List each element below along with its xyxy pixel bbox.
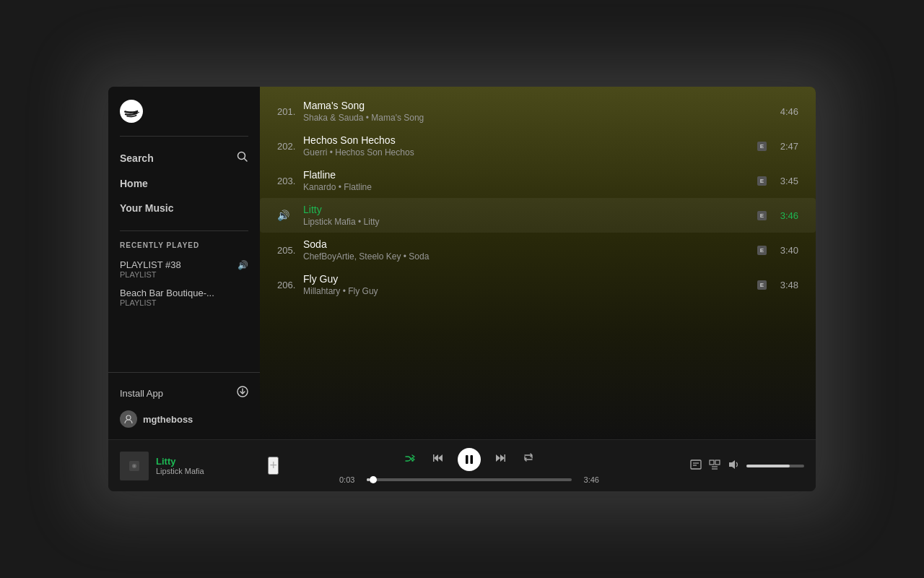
table-row[interactable]: 🔊 Litty Lipstick Mafia • Litty E 3:46 [260, 198, 816, 233]
explicit-badge: E [757, 280, 767, 290]
svg-rect-17 [691, 460, 701, 469]
track-meta: Guerri • Hechos Son Hechos [303, 147, 757, 158]
elapsed-time: 0:03 [339, 475, 361, 484]
track-meta: Shaka & Sauda • Mama's Song [303, 113, 772, 123]
track-info: Hechos Son Hechos Guerri • Hechos Son He… [303, 134, 757, 158]
explicit-badge: E [757, 211, 767, 220]
sidebar-nav: Search Home Your Music [108, 139, 260, 226]
track-right: E 3:46 [757, 210, 798, 221]
main-content: 201. Mama's Song Shaka & Sauda • Mama's … [260, 87, 816, 439]
home-label: Home [120, 178, 148, 189]
install-app-row[interactable]: Install App [120, 380, 248, 406]
now-playing-title: Litty [156, 456, 261, 467]
sidebar-item-home[interactable]: Home [108, 171, 260, 196]
explicit-badge: E [757, 246, 767, 255]
recently-played-section: RECENTLY PLAYED PLAYLIST #38 🔊 PLAYLIST … [108, 236, 260, 372]
track-info: Litty Lipstick Mafia • Litty [303, 204, 757, 227]
queue-button[interactable] [709, 460, 720, 472]
svg-rect-16 [505, 454, 506, 462]
table-row[interactable]: 202. Hechos Son Hechos Guerri • Hechos S… [260, 129, 816, 163]
track-duration: 3:45 [772, 176, 798, 186]
app-window: Search Home Your Music RE [108, 87, 816, 491]
repeat-button[interactable] [520, 450, 537, 468]
total-time: 3:46 [578, 475, 599, 484]
sidebar: Search Home Your Music RE [108, 87, 260, 439]
track-info: Flatline Kanardo • Flatline [303, 169, 757, 192]
track-number: 205. [277, 245, 303, 256]
track-info: Mama's Song Shaka & Sauda • Mama's Song [303, 100, 772, 123]
track-name: Flatline [303, 169, 757, 181]
pause-button[interactable] [458, 448, 481, 471]
playlist-item-38[interactable]: PLAYLIST #38 🔊 PLAYLIST [120, 255, 248, 283]
track-name: Mama's Song [303, 100, 772, 111]
svg-rect-21 [715, 460, 720, 465]
volume-bar[interactable] [746, 465, 804, 467]
user-avatar [120, 410, 137, 428]
lyrics-button[interactable] [690, 460, 702, 472]
search-icon [237, 151, 248, 165]
volume-button[interactable] [728, 460, 739, 472]
user-name: mgtheboss [143, 414, 193, 425]
svg-rect-11 [433, 454, 435, 462]
user-row[interactable]: mgtheboss [120, 406, 248, 432]
track-meta: Millahtary • Fly Guy [303, 286, 757, 296]
track-number: 202. [277, 141, 303, 152]
svg-rect-12 [466, 455, 468, 464]
sidebar-bottom: Install App [108, 372, 260, 439]
table-row[interactable]: 201. Mama's Song Shaka & Sauda • Mama's … [260, 94, 816, 129]
beach-bar-name: Beach Bar Boutique-... [120, 288, 248, 298]
track-right: 4:46 [772, 106, 798, 117]
track-name: Litty [303, 204, 757, 215]
shuffle-button[interactable] [401, 451, 419, 468]
track-number: 201. [277, 106, 303, 117]
search-label: Search [120, 152, 154, 164]
install-app-icon [237, 386, 248, 400]
track-number: 206. [277, 280, 303, 290]
search-nav-item[interactable]: Search [108, 145, 260, 171]
playlist-beach-bar[interactable]: Beach Bar Boutique-... PLAYLIST [120, 283, 248, 311]
track-info: Fly Guy Millahtary • Fly Guy [303, 273, 757, 296]
playlist-38-name: PLAYLIST #38 🔊 [120, 259, 248, 270]
your-music-label: Your Music [120, 202, 173, 214]
previous-button[interactable] [430, 450, 446, 468]
spotify-logo [120, 100, 143, 123]
volume-fill [746, 465, 790, 467]
track-duration: 3:46 [772, 210, 798, 221]
player-center: 0:03 3:46 [279, 448, 660, 484]
explicit-badge: E [757, 142, 767, 151]
logo-area [108, 87, 260, 133]
player-right [660, 460, 804, 472]
track-right: E 3:45 [757, 176, 798, 186]
add-to-library-button[interactable]: + [268, 457, 279, 475]
track-info: Soda ChefBoyArtie, Steelo Key • Soda [303, 238, 757, 262]
explicit-badge: E [757, 176, 767, 186]
track-duration: 2:47 [772, 141, 798, 152]
track-meta: Lipstick Mafia • Litty [303, 217, 757, 227]
track-number: 203. [277, 176, 303, 186]
progress-bar-row: 0:03 3:46 [339, 475, 599, 484]
svg-line-2 [245, 159, 248, 162]
svg-rect-13 [471, 455, 474, 464]
recently-played-label: RECENTLY PLAYED [120, 241, 248, 249]
table-row[interactable]: 205. Soda ChefBoyArtie, Steelo Key • Sod… [260, 233, 816, 267]
sidebar-divider-mid [120, 230, 248, 231]
beach-bar-type: PLAYLIST [120, 298, 248, 307]
next-button[interactable] [492, 450, 508, 468]
bottom-bar: Litty Lipstick Mafia + [108, 439, 816, 491]
sidebar-item-your-music[interactable]: Your Music [108, 196, 260, 220]
track-name: Fly Guy [303, 273, 757, 285]
track-meta: ChefBoyArtie, Steelo Key • Soda [303, 251, 757, 262]
table-row[interactable]: 203. Flatline Kanardo • Flatline E 3:45 [260, 163, 816, 198]
table-row[interactable]: 206. Fly Guy Millahtary • Fly Guy E 3:48 [260, 267, 816, 302]
svg-marker-24 [729, 460, 735, 469]
track-duration: 3:48 [772, 280, 798, 290]
player-controls [401, 448, 537, 471]
progress-track[interactable] [367, 478, 572, 481]
track-name: Hechos Son Hechos [303, 134, 757, 146]
track-meta: Kanardo • Flatline [303, 182, 757, 192]
svg-marker-15 [500, 454, 505, 462]
svg-point-8 [134, 465, 135, 467]
progress-dot [370, 476, 377, 483]
now-playing-artist: Lipstick Mafia [156, 467, 261, 475]
app-body: Search Home Your Music RE [108, 87, 816, 439]
